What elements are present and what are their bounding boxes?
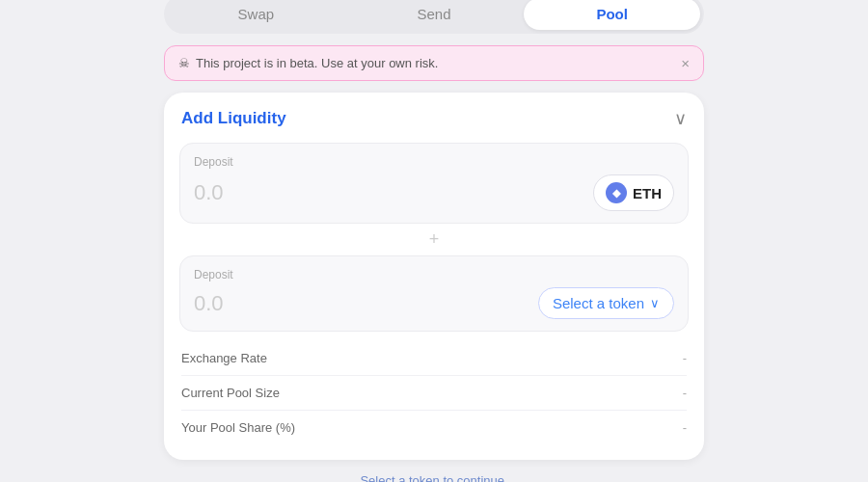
eth-icon: ◆	[606, 182, 627, 203]
pool-size-label: Current Pool Size	[181, 386, 280, 400]
pool-share-label: Your Pool Share (%)	[181, 420, 295, 435]
select-token-chevron-icon: ∨	[650, 296, 660, 310]
select-token-button[interactable]: Select a token ∨	[538, 287, 674, 319]
beta-icon: ☠	[178, 56, 190, 70]
tab-send[interactable]: Send	[346, 0, 523, 30]
footer-text: Select a token to continue.	[360, 473, 507, 482]
select-token-label: Select a token	[553, 295, 644, 311]
exchange-rate-label: Exchange Rate	[181, 351, 267, 365]
beta-banner-content: ☠ This project is in beta. Use at your o…	[178, 56, 438, 70]
deposit-input-2[interactable]	[194, 291, 387, 316]
beta-text: This project is in beta. Use at your own…	[196, 56, 438, 70]
deposit-row-2: Select a token ∨	[194, 287, 674, 319]
tab-pool[interactable]: Pool	[524, 0, 700, 30]
deposit-box-2: Deposit Select a token ∨	[179, 255, 689, 332]
pool-share-value: -	[683, 420, 687, 435]
add-liquidity-card: Add Liquidity ∨ Deposit ◆ ETH + Deposit …	[164, 93, 704, 460]
deposit-input-1[interactable]	[194, 180, 387, 205]
eth-token-button[interactable]: ◆ ETH	[593, 174, 674, 211]
deposit-label-1: Deposit	[194, 155, 674, 169]
beta-banner: ☠ This project is in beta. Use at your o…	[164, 45, 704, 81]
deposit-row-1: ◆ ETH	[194, 174, 674, 211]
card-title: Add Liquidity	[181, 109, 286, 128]
info-section: Exchange Rate - Current Pool Size - Your…	[179, 341, 689, 444]
pool-size-value: -	[683, 386, 687, 400]
pool-share-row: Your Pool Share (%) -	[181, 411, 687, 444]
eth-label: ETH	[633, 185, 662, 201]
tab-bar: Swap Send Pool	[164, 0, 704, 34]
banner-close-button[interactable]: ×	[681, 56, 690, 70]
exchange-rate-value: -	[683, 351, 687, 365]
main-container: Swap Send Pool ☠ This project is in beta…	[164, 0, 704, 482]
deposit-label-2: Deposit	[194, 268, 674, 281]
tab-swap[interactable]: Swap	[168, 0, 344, 30]
pool-size-row: Current Pool Size -	[181, 376, 687, 411]
deposit-box-1: Deposit ◆ ETH	[179, 143, 689, 224]
collapse-chevron-icon[interactable]: ∨	[674, 108, 687, 129]
plus-separator: +	[179, 224, 689, 255]
exchange-rate-row: Exchange Rate -	[181, 341, 687, 376]
card-header: Add Liquidity ∨	[179, 108, 689, 129]
